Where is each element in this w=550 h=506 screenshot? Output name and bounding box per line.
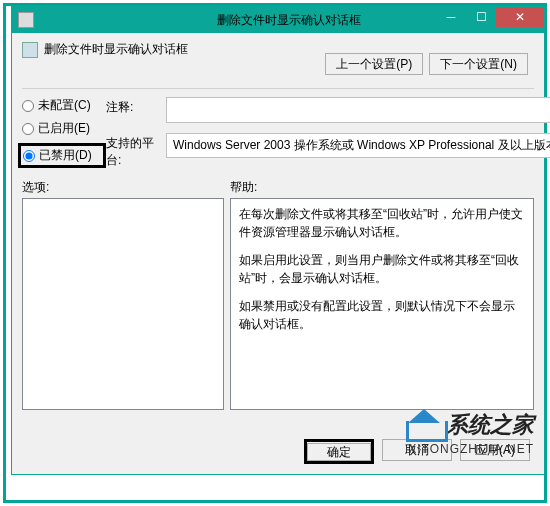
apply-button[interactable]: 应用(A) — [460, 439, 530, 461]
radio-not-configured-input[interactable] — [22, 100, 34, 112]
app-icon — [18, 12, 34, 28]
ok-button[interactable]: 确定 — [307, 443, 371, 461]
platform-value: Windows Server 2003 操作系统或 Windows XP Pro… — [166, 133, 550, 158]
cancel-button[interactable]: 取消 — [382, 439, 452, 461]
highlight-disabled: 已禁用(D) — [18, 143, 106, 168]
options-pane — [22, 198, 224, 410]
radio-disabled[interactable]: 已禁用(D) — [23, 147, 101, 164]
maximize-button[interactable]: ☐ — [466, 7, 496, 27]
minimize-button[interactable]: ─ — [436, 7, 466, 27]
radio-disabled-input[interactable] — [23, 150, 35, 162]
next-setting-button[interactable]: 下一个设置(N) — [429, 53, 528, 75]
highlight-ok: 确定 — [304, 439, 374, 464]
help-label: 帮助: — [230, 179, 257, 196]
comment-input[interactable] — [166, 97, 550, 123]
prev-setting-button[interactable]: 上一个设置(P) — [325, 53, 423, 75]
radio-disabled-label: 已禁用(D) — [39, 147, 92, 164]
help-pane: 在每次删除文件或将其移至“回收站”时，允许用户使文件资源管理器显示确认对话框。 … — [230, 198, 534, 410]
radio-enabled-label: 已启用(E) — [38, 120, 90, 137]
dialog-window: 删除文件时显示确认对话框 ─ ☐ ✕ 删除文件时显示确认对话框 上一个设置(P)… — [11, 6, 545, 475]
titlebar: 删除文件时显示确认对话框 ─ ☐ ✕ — [12, 7, 544, 33]
comment-label: 注释: — [106, 97, 166, 116]
options-label: 选项: — [22, 179, 230, 196]
radio-enabled-input[interactable] — [22, 123, 34, 135]
help-text-3: 如果禁用或没有配置此设置，则默认情况下不会显示确认对话框。 — [239, 297, 525, 333]
close-button[interactable]: ✕ — [496, 7, 544, 27]
policy-title: 删除文件时显示确认对话框 — [44, 41, 188, 58]
radio-not-configured-label: 未配置(C) — [38, 97, 91, 114]
radio-enabled[interactable]: 已启用(E) — [22, 120, 106, 137]
help-text-1: 在每次删除文件或将其移至“回收站”时，允许用户使文件资源管理器显示确认对话框。 — [239, 205, 525, 241]
policy-icon — [22, 42, 38, 58]
platform-label: 支持的平台: — [106, 133, 166, 169]
radio-not-configured[interactable]: 未配置(C) — [22, 97, 106, 114]
help-text-2: 如果启用此设置，则当用户删除文件或将其移至“回收站”时，会显示确认对话框。 — [239, 251, 525, 287]
